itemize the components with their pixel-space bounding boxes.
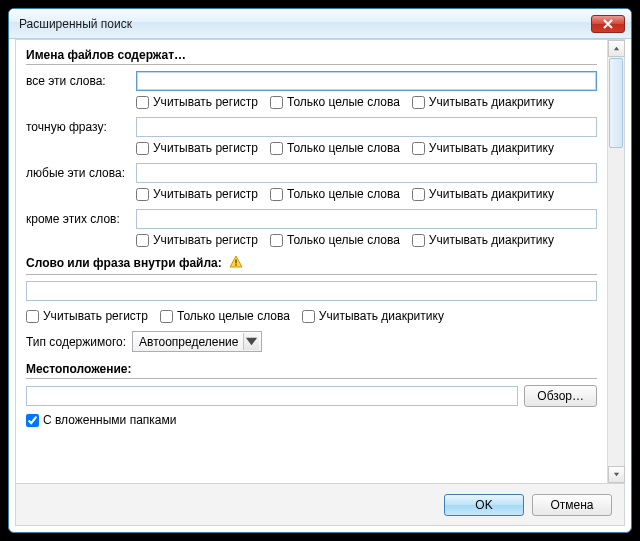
label-all-words: все эти слова:: [26, 74, 136, 88]
ok-button[interactable]: OK: [444, 494, 524, 516]
chk-subfolders[interactable]: С вложенными папками: [26, 413, 597, 427]
browse-button[interactable]: Обзор…: [524, 385, 597, 407]
label-exact-phrase: точную фразу:: [26, 120, 136, 134]
scroll-up-button[interactable]: [608, 40, 625, 57]
svg-rect-1: [235, 264, 236, 265]
checks-inside-file: Учитывать регистр Только целые слова Учи…: [26, 309, 597, 323]
cancel-button[interactable]: Отмена: [532, 494, 612, 516]
titlebar[interactable]: Расширенный поиск: [9, 9, 631, 39]
inside-file-heading: Слово или фраза внутри файла:: [26, 255, 597, 275]
filenames-heading: Имена файлов содержат…: [26, 48, 597, 65]
chk-exact-case[interactable]: Учитывать регистр: [136, 141, 258, 155]
window-title: Расширенный поиск: [19, 17, 591, 31]
chk-all-case[interactable]: Учитывать регистр: [136, 95, 258, 109]
row-all-words: все эти слова:: [26, 71, 597, 91]
location-row: Обзор…: [26, 385, 597, 407]
row-exact-phrase: точную фразу:: [26, 117, 597, 137]
chk-inside-case[interactable]: Учитывать регистр: [26, 309, 148, 323]
close-button[interactable]: [591, 15, 625, 33]
scroll-thumb[interactable]: [609, 58, 623, 148]
checks-all-words: Учитывать регистр Только целые слова Учи…: [26, 95, 597, 109]
chk-any-whole[interactable]: Только целые слова: [270, 187, 400, 201]
location-heading: Местоположение:: [26, 362, 597, 379]
input-any-words[interactable]: [136, 163, 597, 183]
chevron-down-icon: [244, 334, 259, 349]
row-any-words: любые эти слова:: [26, 163, 597, 183]
chk-except-diacritics[interactable]: Учитывать диакритику: [412, 233, 554, 247]
row-except-words: кроме этих слов:: [26, 209, 597, 229]
content-area: Имена файлов содержат… все эти слова: Уч…: [16, 40, 607, 483]
combo-drop-button[interactable]: [243, 333, 259, 350]
chk-inside-diacritics[interactable]: Учитывать диакритику: [302, 309, 444, 323]
input-exact-phrase[interactable]: [136, 117, 597, 137]
chk-exact-whole[interactable]: Только целые слова: [270, 141, 400, 155]
chk-exact-diacritics[interactable]: Учитывать диакритику: [412, 141, 554, 155]
chk-except-case[interactable]: Учитывать регистр: [136, 233, 258, 247]
content-type-value: Автоопределение: [139, 335, 239, 349]
close-icon: [603, 19, 613, 29]
input-location[interactable]: [26, 386, 518, 406]
chevron-up-icon: [613, 45, 620, 52]
dialog-footer: OK Отмена: [16, 483, 624, 525]
input-except-words[interactable]: [136, 209, 597, 229]
chk-inside-whole[interactable]: Только целые слова: [160, 309, 290, 323]
label-any-words: любые эти слова:: [26, 166, 136, 180]
vertical-scrollbar[interactable]: [607, 40, 624, 483]
input-inside-file[interactable]: [26, 281, 597, 301]
checks-except-words: Учитывать регистр Только целые слова Учи…: [26, 233, 597, 247]
label-except-words: кроме этих слов:: [26, 212, 136, 226]
chk-any-case[interactable]: Учитывать регистр: [136, 187, 258, 201]
dialog-window: Расширенный поиск Имена файлов содержат……: [8, 8, 632, 533]
content-type-row: Тип содержимого: Автоопределение: [26, 331, 597, 352]
chk-any-diacritics[interactable]: Учитывать диакритику: [412, 187, 554, 201]
checks-exact-phrase: Учитывать регистр Только целые слова Учи…: [26, 141, 597, 155]
warning-icon: [229, 255, 243, 272]
client-area: Имена файлов содержат… все эти слова: Уч…: [15, 39, 625, 526]
input-all-words[interactable]: [136, 71, 597, 91]
chk-all-diacritics[interactable]: Учитывать диакритику: [412, 95, 554, 109]
checks-any-words: Учитывать регистр Только целые слова Учи…: [26, 187, 597, 201]
scroll-down-button[interactable]: [608, 466, 625, 483]
chevron-down-icon: [613, 471, 620, 478]
chk-except-whole[interactable]: Только целые слова: [270, 233, 400, 247]
svg-rect-0: [235, 260, 236, 264]
content-type-combo[interactable]: Автоопределение: [132, 331, 262, 352]
content-type-label: Тип содержимого:: [26, 335, 126, 349]
chk-all-whole[interactable]: Только целые слова: [270, 95, 400, 109]
